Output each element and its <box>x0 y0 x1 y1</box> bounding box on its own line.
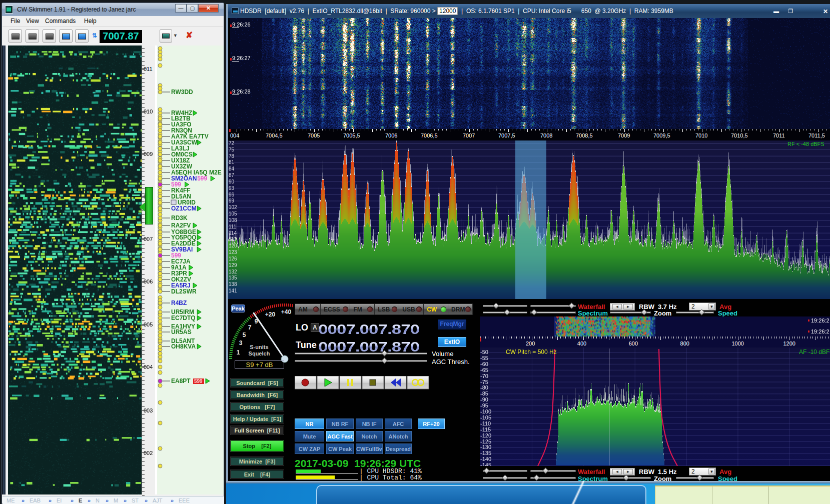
svg-text:OH8KVA: OH8KVA <box>171 343 196 350</box>
svg-text:Squelch: Squelch <box>249 350 270 356</box>
svg-text:7: 7 <box>248 324 252 331</box>
svg-text:599: 599 <box>197 175 207 182</box>
svg-text:+20: +20 <box>265 311 276 318</box>
svg-text:5: 5 <box>243 332 246 338</box>
svg-text:RA2FV: RA2FV <box>171 222 191 229</box>
svg-text:599: 599 <box>194 378 203 384</box>
svg-text:1: 1 <box>237 349 240 356</box>
svg-text:3: 3 <box>239 340 243 346</box>
svg-text:UR5AS: UR5AS <box>171 328 192 336</box>
svg-text:RW3DD: RW3DD <box>171 88 193 96</box>
svg-text:EA8PT: EA8PT <box>171 378 191 384</box>
svg-text:+40: +40 <box>281 308 292 316</box>
svg-text:RD3K: RD3K <box>171 214 188 222</box>
svg-text:DL2SWR: DL2SWR <box>171 288 197 295</box>
svg-text:EC7DTQ: EC7DTQ <box>171 314 196 322</box>
svg-text:OZ1CCM: OZ1CCM <box>171 205 197 212</box>
svg-text:R4BZ: R4BZ <box>171 300 187 306</box>
svg-text:S-units: S-units <box>250 344 268 350</box>
